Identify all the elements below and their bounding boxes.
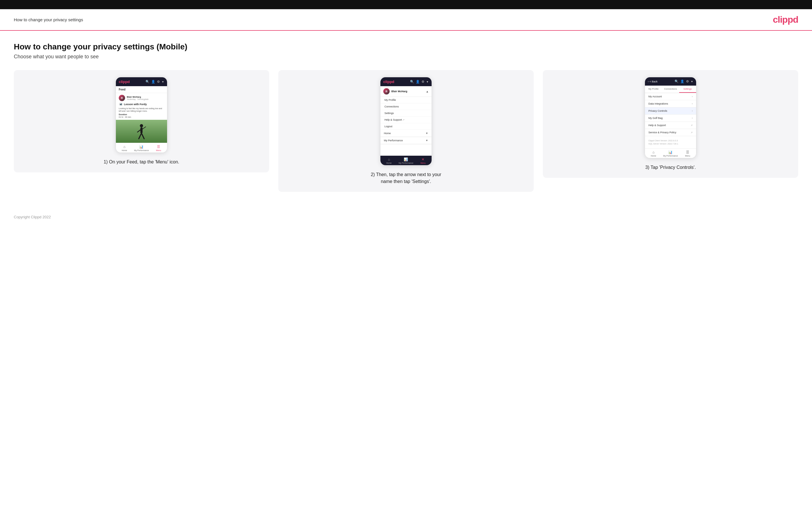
settings-item-my-account[interactable]: My Account › [645,93,696,100]
menu-icon [157,145,160,149]
step-3-caption: 3) Tap 'Privacy Controls'. [645,164,696,171]
settings-tabs: My Profile Connections Settings [645,86,696,93]
search-icon: 🔍 [146,80,150,83]
performance-icon: 📊 [139,145,144,149]
step2-phone-header: clippd 🔍 👤 ⚙ ▼ [380,77,432,86]
svg-point-0 [140,124,143,127]
version-line-1: Clippd Client Version: 2022.8.3-3 [648,139,693,142]
tab-connections[interactable]: Connections [662,86,679,93]
header: How to change your privacy settings clip… [0,9,812,31]
back-button[interactable]: ‹ < Back [648,80,658,83]
nav3-performance-label: My Performance [663,155,678,157]
version-line-2: GQL Server Version: 2022.7.30-1 [648,142,693,145]
feed-user-info: Blair McHarg Yesterday · Sunningdale [127,96,149,100]
back-label: < Back [650,80,658,83]
home-icon-2 [388,157,390,161]
step1-icons: 🔍 👤 ⚙ ▼ [146,80,164,83]
step1-bottom-nav: Home 📊 My Performance Menu [116,143,167,153]
step-1-phone: clippd 🔍 👤 ⚙ ▼ Feed B Blair McHa [115,77,167,153]
service-external-icon: ↗ [691,131,693,134]
nav3-home-label: Home [651,155,656,157]
privacy-controls-label: Privacy Controls [648,109,667,112]
nav-menu: Menu [150,145,167,151]
step-1-card: clippd 🔍 👤 ⚙ ▼ Feed B Blair McHa [14,70,269,172]
nav-home: Home [116,145,133,151]
menu-avatar: B [383,88,390,95]
feed-image [116,120,167,143]
nav2-menu: ✕ Menu [415,157,432,164]
nav3-menu: Menu [679,150,696,157]
feed-tab: Feed [116,86,167,93]
page-subheading: Choose what you want people to see [14,54,798,60]
menu-item-profile[interactable]: My Profile [380,97,432,103]
nav2-menu-label: Menu [421,162,426,164]
feed-post-body: Looking to feel like my hands are exitin… [119,107,164,112]
tab-settings[interactable]: Settings [679,86,696,93]
menu-section-home[interactable]: Home ▼ [380,130,432,137]
step1-logo: clippd [119,79,130,84]
main-content: How to change your privacy settings (Mob… [0,31,812,209]
menu-user-left: B Blair McHarg [383,88,407,95]
step2-bottom-nav: Home 📊 My Performance ✕ Menu [380,156,432,165]
performance-icon-3: 📊 [668,150,672,154]
nav3-menu-label: Menu [685,155,691,157]
settings-item-help-support[interactable]: Help & Support ↗ [645,122,696,129]
menu-item-logout[interactable]: Logout [380,123,432,130]
golf-bag-chevron-icon: › [692,117,693,119]
section-home-label: Home [384,132,391,135]
step-3-card: ‹ < Back 🔍 👤 ⚙ ▼ My Profile Connections … [543,70,798,178]
chevron-down-icon: ▼ [162,80,164,83]
tab-my-profile[interactable]: My Profile [645,86,662,93]
step3-back-bar: ‹ < Back 🔍 👤 ⚙ ▼ [645,77,696,86]
user-icon-3: 👤 [680,79,684,83]
perf-chevron-icon: ▼ [425,139,428,142]
nav3-performance: 📊 My Performance [662,150,679,157]
nav2-performance: 📊 My Performance [397,157,414,164]
logo: clippd [773,14,798,25]
help-support-label: Help & Support [648,124,666,127]
help-external-icon: ↗ [691,124,693,127]
home-icon-3 [652,150,654,154]
settings-version: Clippd Client Version: 2022.8.3-3 GQL Se… [645,136,696,148]
chevron-down-icon-2: ▼ [426,80,429,83]
step-3-phone: ‹ < Back 🔍 👤 ⚙ ▼ My Profile Connections … [645,77,697,158]
menu-item-connections[interactable]: Connections [380,103,432,110]
nav3-home: Home [645,150,662,157]
step-2-caption: 2) Then, tap the arrow next to your name… [366,171,446,185]
step-2-phone: clippd 🔍 👤 ⚙ ▼ B Blair McHarg ▲ [380,77,432,165]
menu-item-settings[interactable]: Settings [380,110,432,117]
nav-home-label: Home [121,149,127,151]
service-privacy-label: Service & Privacy Policy [648,131,676,134]
section-perf-label: My Performance [384,139,403,142]
post-icon: 📹 [119,102,123,106]
settings-item-data-integrations[interactable]: Data Integrations › [645,100,696,107]
my-account-label: My Account [648,95,662,98]
feed-user-sub: Yesterday · Sunningdale [127,98,149,100]
menu-user-name: Blair McHarg [391,90,407,93]
settings-item-golf-bag[interactable]: My Golf Bag › [645,115,696,122]
menu-item-help[interactable]: Help & Support [380,117,432,123]
step1-phone-header: clippd 🔍 👤 ⚙ ▼ [116,77,167,86]
settings-item-privacy-controls[interactable]: Privacy Controls › [645,107,696,115]
nav-performance: 📊 My Performance [133,145,150,151]
settings-item-service-privacy[interactable]: Service & Privacy Policy ↗ [645,129,696,136]
back-arrow-icon: ‹ [648,80,649,83]
feed-user-name: Blair McHarg [127,96,149,98]
golf-bag-label: My Golf Bag [648,117,663,119]
page-heading: How to change your privacy settings (Mob… [14,42,798,51]
nav-performance-label: My Performance [134,149,149,151]
chevron-up-icon: ▲ [426,90,429,93]
search-icon-3: 🔍 [674,79,678,83]
step-2-card: clippd 🔍 👤 ⚙ ▼ B Blair McHarg ▲ [278,70,534,192]
svg-line-5 [142,127,146,129]
header-title: How to change your privacy settings [14,17,83,22]
svg-line-3 [142,133,144,139]
step2-logo: clippd [383,79,394,84]
menu-user-row: B Blair McHarg ▲ [380,86,432,97]
feed-duration-label: Duration [119,113,164,115]
data-integrations-label: Data Integrations [648,102,668,105]
step-1-caption: 1) On your Feed, tap the 'Menu' icon. [103,159,179,165]
home-chevron-icon: ▼ [425,132,428,135]
data-integrations-chevron-icon: › [692,102,693,105]
menu-section-performance[interactable]: My Performance ▼ [380,137,432,144]
